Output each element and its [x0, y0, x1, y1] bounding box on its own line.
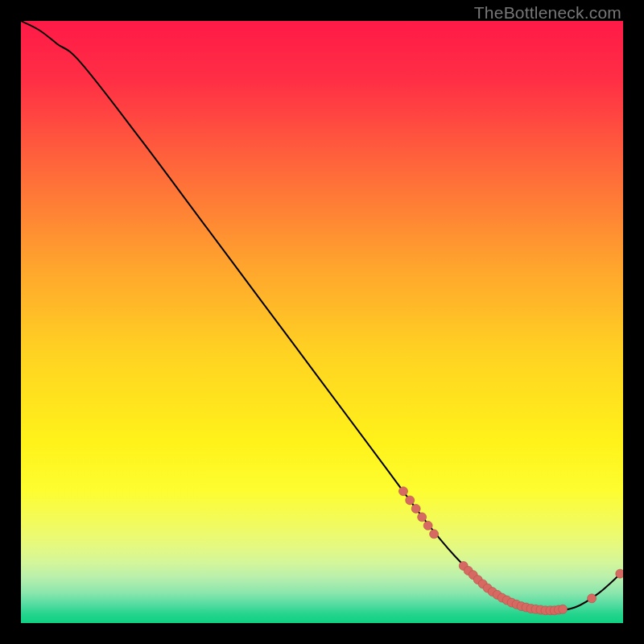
data-marker — [423, 521, 432, 530]
chart-stage: TheBottleneck.com — [0, 0, 644, 644]
data-marker — [398, 487, 407, 496]
data-marker — [411, 504, 420, 513]
data-marker — [616, 569, 623, 578]
gradient-background — [21, 21, 623, 623]
watermark-label: TheBottleneck.com — [474, 3, 621, 23]
data-marker — [418, 513, 427, 522]
data-marker — [559, 605, 568, 613]
data-marker — [406, 496, 415, 505]
data-marker — [588, 594, 597, 603]
chart-plot-area — [21, 21, 623, 623]
data-marker — [430, 530, 439, 539]
chart-svg — [21, 21, 623, 623]
